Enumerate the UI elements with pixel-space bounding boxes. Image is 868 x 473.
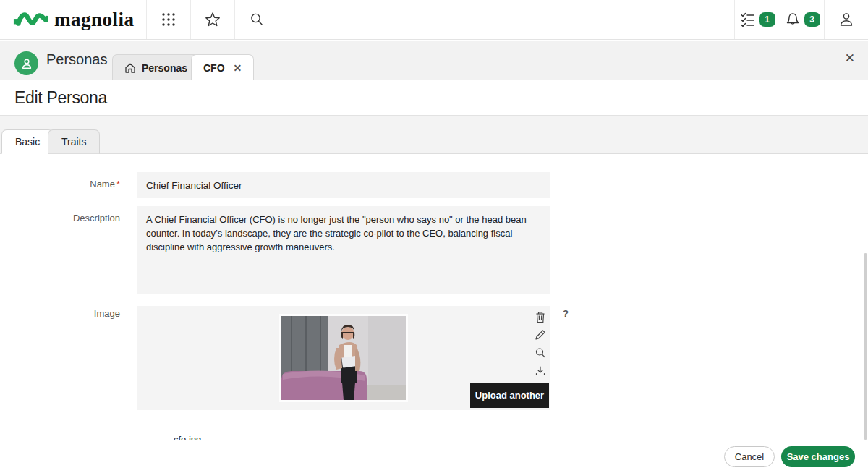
tasks-count-badge: 1 [760,12,775,27]
download-icon [535,365,546,377]
tab-personas-label: Personas [142,62,187,74]
edit-image-button[interactable] [534,328,547,341]
dialog-title: Edit Persona [14,88,107,108]
notifications-count-badge: 3 [804,12,820,27]
account-button[interactable] [824,0,868,39]
description-label: Description [0,213,120,223]
tab-personas-home[interactable]: Personas [112,54,200,80]
required-asterisk: * [116,179,120,189]
magnolia-wordmark: magnolia [54,9,135,31]
magnolia-app-window: magnolia [0,0,868,473]
description-textarea[interactable]: A Chief Financial Officer (CFO) is no lo… [137,206,550,294]
zoom-image-button[interactable] [534,346,547,359]
app-grid-icon [161,12,176,27]
pencil-icon [535,329,546,341]
dialog-tab-strip: Basic Traits [0,116,868,154]
tab-basic[interactable]: Basic [1,129,54,154]
notifications-button[interactable]: 3 [780,0,824,39]
search-button[interactable] [234,0,278,39]
user-icon [838,11,855,28]
edit-persona-form: Name* Chief Financial Officer Descriptio… [0,154,868,440]
image-filename: cfo.jpg [174,434,201,440]
dialog-footer: Cancel Save changes [0,440,868,473]
personas-app-bar: Personas Personas CFO ✕ ✕ [0,41,868,80]
scrollbar-thumb[interactable] [864,253,867,440]
tab-cfo-label: CFO [203,62,225,74]
search-icon [249,12,265,27]
image-field: Upload another [137,306,550,410]
app-title: Personas [46,51,108,68]
tasks-button[interactable]: 1 [734,0,780,39]
magnolia-squiggle-icon [13,9,48,30]
image-label: Image [0,308,120,319]
tasks-checklist-icon [740,12,756,27]
trash-icon [535,311,546,323]
magnolia-logo[interactable]: magnolia [0,0,146,39]
dialog-header: Edit Persona [0,80,868,116]
tab-cfo[interactable]: CFO ✕ [191,54,254,80]
favorites-button[interactable] [190,0,234,39]
download-image-button[interactable] [534,365,547,378]
upload-another-button[interactable]: Upload another [470,383,549,408]
favorites-star-icon [204,11,221,28]
top-bar: magnolia [0,0,868,40]
help-icon[interactable]: ? [563,308,569,319]
cancel-button[interactable]: Cancel [724,446,775,467]
name-input[interactable]: Chief Financial Officer [137,172,550,198]
name-label: Name* [0,179,120,189]
app-launcher-button[interactable] [146,0,190,39]
appbar-close-icon[interactable]: ✕ [845,51,855,66]
description-value: A Chief Financial Officer (CFO) is no lo… [146,214,527,252]
topbar-spacer [278,0,734,39]
tab-cfo-close-icon[interactable]: ✕ [234,62,242,74]
name-value: Chief Financial Officer [146,180,242,191]
personas-app-avatar [14,51,38,75]
section-divider [0,299,868,299]
notifications-bell-icon [785,12,801,27]
magnifier-icon [535,347,546,359]
save-changes-button[interactable]: Save changes [781,446,855,467]
home-icon [124,62,136,74]
delete-image-button[interactable] [534,310,547,323]
persona-photo [281,316,406,400]
tab-traits[interactable]: Traits [48,129,100,154]
